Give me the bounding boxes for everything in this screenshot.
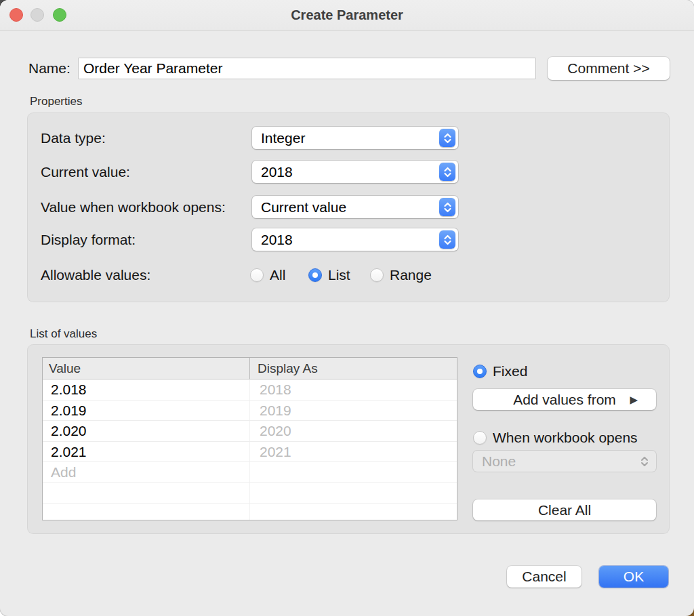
- source-select-value: None: [482, 451, 516, 473]
- radio-fixed[interactable]: Fixed: [473, 360, 527, 382]
- up-down-chevrons-icon: [640, 451, 649, 472]
- display-as-cell[interactable]: 2021: [250, 442, 457, 462]
- display-as-cell[interactable]: 2018: [250, 379, 457, 400]
- radio-list-icon[interactable]: [308, 268, 322, 282]
- list-of-values-section-label: List of values: [30, 327, 97, 341]
- current-value-label: Current value:: [41, 161, 130, 183]
- table-row[interactable]: 2.020 2020: [43, 421, 457, 442]
- display-format-label: Display format:: [41, 228, 136, 251]
- radio-range-icon[interactable]: [370, 268, 384, 282]
- table-row[interactable]: 2.018 2018: [43, 379, 457, 401]
- name-input[interactable]: [78, 58, 536, 79]
- close-window-icon[interactable]: [9, 8, 23, 22]
- table-row[interactable]: 2.021 2021: [43, 442, 457, 463]
- clear-all-button[interactable]: Clear All: [473, 499, 656, 520]
- data-type-label: Data type:: [41, 127, 106, 149]
- radio-range[interactable]: Range: [370, 264, 432, 286]
- column-header-display-as[interactable]: Display As: [250, 358, 457, 379]
- current-value-value: 2018: [261, 161, 293, 183]
- zoom-window-icon[interactable]: [53, 8, 66, 22]
- source-select: None: [473, 451, 656, 472]
- minimize-window-icon: [30, 8, 44, 22]
- display-as-cell[interactable]: 2020: [250, 421, 457, 441]
- display-format-select[interactable]: 2018: [252, 228, 458, 251]
- value-cell[interactable]: 2.019: [43, 401, 250, 421]
- allowable-values-label: Allowable values:: [41, 264, 150, 286]
- radio-all[interactable]: All: [250, 264, 285, 286]
- data-type-value: Integer: [261, 127, 305, 149]
- add-value-cell[interactable]: Add: [43, 462, 250, 482]
- current-value-select[interactable]: 2018: [252, 161, 458, 183]
- radio-when-workbook-opens-icon[interactable]: [473, 431, 487, 445]
- up-down-chevrons-icon: [439, 163, 455, 181]
- comment-button[interactable]: Comment >>: [548, 57, 670, 80]
- value-when-workbook-opens-value: Current value: [261, 196, 346, 218]
- cancel-button[interactable]: Cancel: [507, 566, 581, 588]
- radio-all-icon[interactable]: [250, 268, 264, 282]
- radio-list[interactable]: List: [308, 264, 350, 286]
- table-header[interactable]: Value Display As: [43, 358, 457, 379]
- display-as-cell[interactable]: 2019: [250, 401, 457, 421]
- display-format-value: 2018: [261, 228, 293, 251]
- up-down-chevrons-icon: [439, 129, 455, 147]
- display-as-cell: [250, 462, 457, 482]
- empty-row: [43, 483, 457, 504]
- value-cell[interactable]: 2.020: [43, 421, 250, 441]
- empty-row: [43, 504, 457, 520]
- radio-fixed-icon[interactable]: [473, 365, 487, 378]
- value-when-workbook-opens-select[interactable]: Current value: [252, 196, 458, 218]
- table-row[interactable]: 2.019 2019: [43, 401, 457, 422]
- name-label: Name:: [28, 57, 70, 79]
- radio-when-workbook-opens[interactable]: When workbook opens: [473, 426, 638, 449]
- value-when-workbook-opens-label: Value when workbook opens:: [41, 196, 226, 218]
- add-row[interactable]: Add: [43, 462, 457, 483]
- values-table[interactable]: Value Display As 2.018 2018 2.019 2019 2…: [42, 357, 457, 520]
- title-bar[interactable]: Create Parameter: [0, 0, 694, 31]
- properties-section-label: Properties: [30, 95, 82, 108]
- right-triangle-icon: ▶: [630, 389, 638, 410]
- create-parameter-dialog: Create Parameter Name: Comment >> Proper…: [0, 0, 694, 616]
- add-values-from-button[interactable]: Add values from ▶: [473, 389, 656, 410]
- value-cell[interactable]: 2.021: [43, 442, 250, 462]
- up-down-chevrons-icon: [439, 198, 455, 216]
- value-cell[interactable]: 2.018: [43, 379, 250, 400]
- column-header-value[interactable]: Value: [43, 358, 250, 379]
- ok-button[interactable]: OK: [599, 566, 668, 588]
- data-type-select[interactable]: Integer: [252, 127, 458, 149]
- up-down-chevrons-icon: [439, 230, 455, 249]
- window-title: Create Parameter: [0, 0, 694, 30]
